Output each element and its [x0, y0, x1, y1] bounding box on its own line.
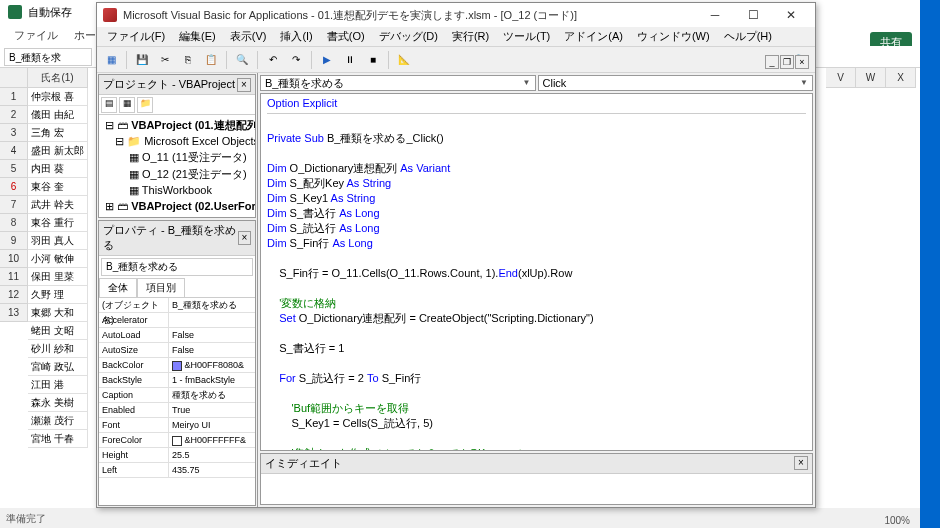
vba-menu-item[interactable]: 挿入(I) — [274, 27, 318, 46]
toggle-folders-icon[interactable]: 📁 — [137, 97, 153, 113]
property-row[interactable]: AutoLoadFalse — [99, 328, 255, 343]
view-code-icon[interactable]: ▤ — [101, 97, 117, 113]
maximize-button[interactable]: ☐ — [735, 4, 771, 26]
property-row[interactable]: AutoSizeFalse — [99, 343, 255, 358]
properties-close[interactable]: × — [238, 231, 251, 245]
row-header[interactable]: 13 — [0, 304, 28, 322]
vba-menu-item[interactable]: 実行(R) — [446, 27, 495, 46]
procedure-dropdown[interactable]: Click▼ — [538, 75, 814, 91]
cell[interactable]: 江田 港 — [28, 376, 88, 394]
zoom-level[interactable]: 100% — [884, 515, 910, 526]
row-header[interactable]: 7 — [0, 196, 28, 214]
row-header[interactable]: 10 — [0, 250, 28, 268]
sheet-node[interactable]: ▦ O_11 (11受注データ) — [101, 149, 253, 166]
vba-menu-item[interactable]: ヘルプ(H) — [718, 27, 778, 46]
col-header[interactable]: 氏名(1) — [28, 68, 88, 88]
copy-icon[interactable]: ⎘ — [178, 50, 198, 70]
cell[interactable]: 保田 里菜 — [28, 268, 88, 286]
vba-menu-item[interactable]: デバッグ(D) — [373, 27, 444, 46]
name-box[interactable]: B_種類を求 — [4, 48, 92, 66]
vba-menu-item[interactable]: 編集(E) — [173, 27, 222, 46]
reset-icon[interactable]: ■ — [363, 50, 383, 70]
find-icon[interactable]: 🔍 — [232, 50, 252, 70]
vba-menu-item[interactable]: ウィンドウ(W) — [631, 27, 716, 46]
properties-tab-categorized[interactable]: 項目別 — [137, 278, 185, 297]
row-header[interactable]: 4 — [0, 142, 28, 160]
cell[interactable]: 久野 理 — [28, 286, 88, 304]
cell[interactable]: 東谷 重行 — [28, 214, 88, 232]
row-header[interactable]: 6 — [0, 178, 28, 196]
property-row[interactable]: BackColor &H00FF8080& — [99, 358, 255, 373]
cell[interactable]: 森永 美樹 — [28, 394, 88, 412]
cell[interactable]: 内田 葵 — [28, 160, 88, 178]
paste-icon[interactable]: 📋 — [201, 50, 221, 70]
properties-tab-alpha[interactable]: 全体 — [99, 278, 137, 297]
property-row[interactable]: (オブジェクト名)B_種類を求める — [99, 298, 255, 313]
vba-toolbar[interactable]: ▦ 💾 ✂ ⎘ 📋 🔍 ↶ ↷ ▶ ⏸ ■ 📐 🔧 — [97, 47, 815, 73]
col-header-w[interactable]: W — [856, 68, 886, 88]
vba-menu-item[interactable]: 表示(V) — [224, 27, 273, 46]
doc-restore-button[interactable]: ❐ — [780, 55, 794, 69]
properties-pane[interactable]: プロパティ - B_種類を求める × B_種類を求める CommandButto… — [98, 220, 256, 506]
doc-close-button[interactable]: × — [795, 55, 809, 69]
cell[interactable]: 宮崎 政弘 — [28, 358, 88, 376]
property-row[interactable]: FontMeiryo UI — [99, 418, 255, 433]
row-header[interactable]: 5 — [0, 160, 28, 178]
design-mode-icon[interactable]: 📐 — [394, 50, 414, 70]
break-icon[interactable]: ⏸ — [340, 50, 360, 70]
property-row[interactable]: Height25.5 — [99, 448, 255, 463]
vba-menu-item[interactable]: ツール(T) — [497, 27, 556, 46]
col-header-v[interactable]: V — [826, 68, 856, 88]
immediate-window[interactable]: イミディエイト × — [260, 453, 813, 505]
row-header[interactable]: 1 — [0, 88, 28, 106]
code-editor[interactable]: Option Explicit Private Sub B_種類を求める_Cli… — [260, 93, 813, 451]
project-node[interactable]: ⊞ 🗃 VBAProject (02.UserFormデ — [101, 198, 253, 215]
row-header[interactable]: 2 — [0, 106, 28, 124]
project-explorer[interactable]: プロジェクト - VBAProject × ▤ ▦ 📁 ⊟ 🗃 VBAProje… — [98, 74, 256, 218]
cut-icon[interactable]: ✂ — [155, 50, 175, 70]
run-icon[interactable]: ▶ — [317, 50, 337, 70]
project-node[interactable]: ⊟ 🗃 VBAProject (01.連想配列デモ — [101, 117, 253, 134]
view-object-icon[interactable]: ▦ — [119, 97, 135, 113]
undo-icon[interactable]: ↶ — [263, 50, 283, 70]
vba-menubar[interactable]: ファイル(F)編集(E)表示(V)挿入(I)書式(O)デバッグ(D)実行(R)ツ… — [97, 27, 815, 47]
property-row[interactable]: BackStyle1 - fmBackStyle — [99, 373, 255, 388]
sheet-node[interactable]: ▦ O_12 (21受注データ) — [101, 166, 253, 183]
vba-menu-item[interactable]: アドイン(A) — [558, 27, 629, 46]
close-button[interactable]: ✕ — [773, 4, 809, 26]
doc-minimize-button[interactable]: _ — [765, 55, 779, 69]
cell[interactable]: 小河 敏伸 — [28, 250, 88, 268]
cell[interactable]: 儀田 由紀 — [28, 106, 88, 124]
view-excel-icon[interactable]: ▦ — [101, 50, 121, 70]
col-header-x[interactable]: X — [886, 68, 916, 88]
vba-menu-item[interactable]: 書式(O) — [321, 27, 371, 46]
property-row[interactable]: Caption種類を求める — [99, 388, 255, 403]
cell[interactable]: 砂川 紗和 — [28, 340, 88, 358]
cell[interactable]: 仲宗根 喜 — [28, 88, 88, 106]
cell[interactable]: 宮地 千春 — [28, 430, 88, 448]
project-pane-close[interactable]: × — [237, 78, 251, 92]
property-row[interactable]: ForeColor &H00FFFFFF& — [99, 433, 255, 448]
redo-icon[interactable]: ↷ — [286, 50, 306, 70]
minimize-button[interactable]: ─ — [697, 4, 733, 26]
cell[interactable]: 盛田 新太郎 — [28, 142, 88, 160]
select-all-corner[interactable] — [0, 68, 28, 88]
row-header[interactable]: 12 — [0, 286, 28, 304]
immediate-close[interactable]: × — [794, 456, 808, 470]
cell[interactable]: 武井 幹夫 — [28, 196, 88, 214]
excel-menu-file[interactable]: ファイル — [8, 26, 64, 45]
vba-titlebar[interactable]: Microsoft Visual Basic for Applications … — [97, 3, 815, 27]
cell[interactable]: 瀬瀬 茂行 — [28, 412, 88, 430]
workbook-node[interactable]: ▦ ThisWorkbook — [101, 183, 253, 198]
row-header[interactable]: 11 — [0, 268, 28, 286]
cell[interactable]: 蛯田 文昭 — [28, 322, 88, 340]
cell[interactable]: 東郷 大和 — [28, 304, 88, 322]
cell[interactable]: 三角 宏 — [28, 124, 88, 142]
row-header[interactable]: 8 — [0, 214, 28, 232]
cell[interactable]: 羽田 真人 — [28, 232, 88, 250]
vba-menu-item[interactable]: ファイル(F) — [101, 27, 171, 46]
folder-node[interactable]: ⊟ 📁 Microsoft Excel Objects — [101, 134, 253, 149]
property-row[interactable]: EnabledTrue — [99, 403, 255, 418]
row-header[interactable]: 3 — [0, 124, 28, 142]
cell[interactable]: 東谷 奎 — [28, 178, 88, 196]
